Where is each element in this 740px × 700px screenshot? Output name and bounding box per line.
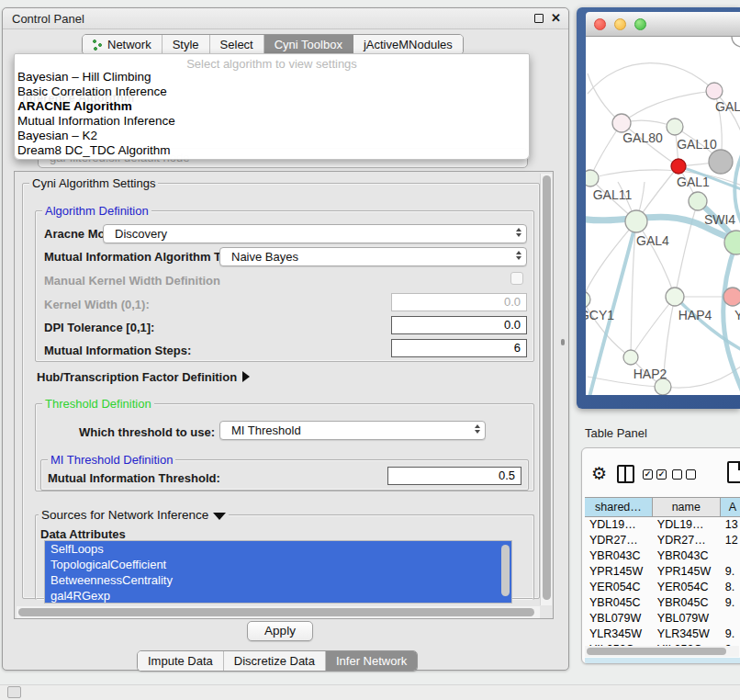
dpi-tolerance-field[interactable]: 0.0 xyxy=(391,316,527,334)
column-header-shared…[interactable]: shared… xyxy=(585,498,653,516)
table-row[interactable]: YPR145WYPR145W9. xyxy=(585,564,740,580)
settings-vertical-scrollbar[interactable] xyxy=(540,174,552,605)
panel-splitter-handle[interactable] xyxy=(561,339,565,345)
network-node-GAL1[interactable] xyxy=(671,159,686,174)
tab-network[interactable]: Network xyxy=(83,35,163,54)
cyni-settings-pane: Cyni Algorithm Settings Algorithm Defini… xyxy=(14,171,554,619)
tab-discretize-data[interactable]: Discretize Data xyxy=(224,651,326,671)
network-node-GAL[interactable] xyxy=(706,83,723,99)
network-node-HAP4[interactable] xyxy=(666,288,684,306)
mi-steps-field[interactable]: 6 xyxy=(391,339,527,357)
tab-impute-data[interactable]: Impute Data xyxy=(138,651,224,671)
bottom-tab-bar: Impute DataDiscretize DataInfer Network xyxy=(137,650,418,672)
close-traffic-light-icon[interactable] xyxy=(594,18,606,30)
node-label: GAL10 xyxy=(677,137,717,152)
node-label: GAL1 xyxy=(677,175,710,189)
collapse-panel-button[interactable] xyxy=(7,686,21,698)
columns-icon[interactable] xyxy=(617,465,634,483)
kernel-width-label: Kernel Width (0,1): xyxy=(44,298,150,311)
combo-stepper-icon xyxy=(516,251,521,260)
algorithm-option[interactable]: Dream8 DC_TDC Algorithm xyxy=(15,143,529,158)
combo-stepper-icon xyxy=(516,228,521,237)
table-row[interactable]: YLR345WYLR345W9. xyxy=(585,627,740,642)
tab-infer-network[interactable]: Infer Network xyxy=(326,651,417,671)
minimize-traffic-light-icon[interactable] xyxy=(614,18,626,30)
node-label: GCY1 xyxy=(586,308,614,322)
close-icon[interactable]: ✕ xyxy=(551,13,561,24)
aracne-mode-combo[interactable]: Discovery xyxy=(103,224,527,243)
network-canvas[interactable]: GALGAL80GAL10GAL1GAL11SWI4GAL4GCY1HAP4YH… xyxy=(586,37,740,395)
mi-type-label: Mutual Information Algorithm Type: xyxy=(44,250,245,264)
table-panel-title: Table Panel xyxy=(585,426,647,440)
node-label: GAL80 xyxy=(622,130,663,145)
data-attributes-list[interactable]: SelfLoopsTopologicalCoefficientBetweenne… xyxy=(44,540,512,604)
status-strip xyxy=(0,684,740,700)
kernel-width-field[interactable]: 0.0 xyxy=(391,293,527,311)
table-row[interactable]: YBL079WYBL079W xyxy=(585,611,740,627)
node-label: HAP2 xyxy=(633,367,667,381)
network-node-GAL11[interactable] xyxy=(586,170,599,186)
top-tab-bar: NetworkStyleSelectCyni ToolboxjActiveMNo… xyxy=(82,34,464,55)
network-node-GAL4[interactable] xyxy=(625,210,647,232)
mi-threshold-title: MI Threshold Definition xyxy=(48,453,175,467)
tab-jactivemnodules[interactable]: jActiveMNodules xyxy=(353,35,463,54)
attribute-item[interactable]: BetweennessCentrality xyxy=(45,572,511,588)
hub-section-toggle[interactable]: Hub/Transcription Factor Definition xyxy=(37,370,250,384)
column-header-A[interactable]: A xyxy=(721,498,740,516)
algorithm-option[interactable]: Mutual Information Inference xyxy=(15,114,529,129)
network-node[interactable] xyxy=(709,150,733,174)
network-node-GAL10[interactable] xyxy=(667,119,683,135)
algorithm-option[interactable]: Bayesian – K2 xyxy=(15,129,529,143)
network-node-GAL80[interactable] xyxy=(612,114,631,132)
zoom-traffic-light-icon[interactable] xyxy=(634,18,646,30)
algorithm-dropdown[interactable]: Inference Algorithm Select algorithm to … xyxy=(14,53,530,160)
attribute-item[interactable]: gal4RGexp xyxy=(45,588,511,604)
control-panel-titlebar: Control Panel ✕ xyxy=(3,8,568,29)
sources-toggle[interactable]: Sources for Network Inference xyxy=(39,508,229,522)
network-node-HAP2[interactable] xyxy=(623,350,638,365)
attribute-item[interactable]: TopologicalCoefficient xyxy=(45,557,511,572)
algorithm-option[interactable]: Bayesian – Hill Climbing xyxy=(15,70,529,85)
node-label: Y xyxy=(734,308,740,322)
node-label: GAL11 xyxy=(593,187,633,202)
attribute-item[interactable]: SelfLoops xyxy=(45,541,511,557)
select-all-icon[interactable]: ✓✓ xyxy=(643,469,667,480)
settings-horizontal-scrollbar[interactable] xyxy=(17,606,540,618)
network-titlebar[interactable] xyxy=(586,12,740,37)
gear-icon[interactable]: ⚙ xyxy=(591,465,607,482)
column-header-name[interactable]: name xyxy=(653,498,721,516)
tab-select[interactable]: Select xyxy=(210,35,264,54)
function-icon[interactable] xyxy=(727,461,740,483)
float-window-icon[interactable] xyxy=(534,14,544,23)
table-row[interactable]: YDR27…YDR27…12 xyxy=(585,533,740,548)
threshold-definition-title: Threshold Definition xyxy=(42,397,154,411)
table-panel: ⚙ ✓✓ shared…nameA YDL19…YDL19…13YDR27…YD… xyxy=(581,447,740,664)
network-node-SWI4[interactable] xyxy=(689,192,707,210)
cyni-settings-group-title: Cyni Algorithm Settings xyxy=(29,176,158,190)
network-node[interactable] xyxy=(732,37,740,47)
node-table: shared…nameA YDL19…YDL19…13YDR27…YDR27…1… xyxy=(585,497,740,646)
node-label: SWI4 xyxy=(704,212,735,227)
which-threshold-combo[interactable]: MI Threshold xyxy=(219,421,486,440)
apply-button[interactable]: Apply xyxy=(247,621,313,641)
manual-kernel-checkbox[interactable] xyxy=(510,272,523,285)
table-row[interactable]: YDL19…YDL19…13 xyxy=(585,517,740,533)
deselect-all-icon[interactable] xyxy=(672,469,696,480)
expand-arrow-icon xyxy=(242,371,250,382)
node-label: HAP4 xyxy=(678,308,712,322)
attributes-scrollbar[interactable] xyxy=(501,545,510,596)
combo-stepper-icon xyxy=(475,424,480,434)
table-row[interactable]: YER054CYER054C8. xyxy=(585,580,740,595)
node-label: GAL xyxy=(715,99,740,114)
tab-style[interactable]: Style xyxy=(163,35,210,54)
tab-cyni-toolbox[interactable]: Cyni Toolbox xyxy=(264,35,353,54)
network-node-Y[interactable] xyxy=(723,288,740,306)
network-node-GCY1[interactable] xyxy=(586,291,590,308)
table-row[interactable]: YBR043CYBR043C xyxy=(585,548,740,564)
mi-type-combo[interactable]: Naive Bayes xyxy=(219,247,527,266)
table-selection-bar xyxy=(585,658,740,664)
node-label: GAL4 xyxy=(636,233,669,248)
table-row[interactable]: YBR045CYBR045C9. xyxy=(585,595,740,611)
mi-threshold-field[interactable]: 0.5 xyxy=(387,467,521,485)
table-horizontal-scrollbar[interactable] xyxy=(585,646,739,657)
